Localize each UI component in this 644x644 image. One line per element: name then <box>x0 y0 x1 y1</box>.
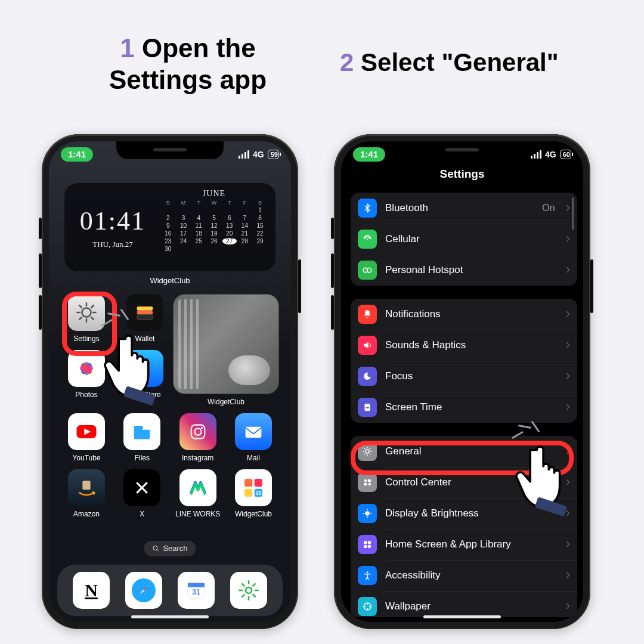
app-files[interactable]: Files <box>116 413 168 462</box>
chevron-icon: › <box>566 201 570 214</box>
network-label: 4G <box>253 150 264 159</box>
highlight-general <box>351 441 574 475</box>
row-display[interactable]: Display & Brightness › <box>351 498 577 529</box>
row-home-screen[interactable]: Home Screen & App Library › <box>351 529 577 560</box>
status-time: 1:41 <box>61 147 93 162</box>
app-instagram[interactable]: Instagram <box>172 413 224 462</box>
control-center-icon <box>358 473 377 492</box>
svg-point-43 <box>367 239 368 240</box>
widget-caption: WidgetClub <box>49 276 291 285</box>
chevron-icon: › <box>566 506 570 519</box>
svg-rect-59 <box>368 541 371 544</box>
photo-widget[interactable] <box>173 294 279 394</box>
row-sounds[interactable]: Sounds & Haptics › <box>351 330 577 361</box>
notifications-icon <box>358 305 377 324</box>
notch <box>408 141 516 159</box>
svg-point-64 <box>367 603 368 605</box>
chevron-icon: › <box>566 307 570 320</box>
search-icon <box>152 545 159 552</box>
signal-icon <box>239 150 249 159</box>
wallpaper-icon <box>358 597 377 616</box>
row-bluetooth[interactable]: Bluetooth On › <box>351 193 577 224</box>
svg-point-25 <box>200 427 202 429</box>
hotspot-icon <box>358 261 377 280</box>
svg-rect-30 <box>244 489 252 497</box>
battery-icon: 59 <box>268 150 279 159</box>
svg-rect-61 <box>368 545 371 548</box>
home-indicator[interactable] <box>423 615 501 618</box>
screentime-icon <box>358 398 377 417</box>
app-appstore[interactable]: App Store <box>119 350 171 399</box>
chevron-icon: › <box>566 338 570 351</box>
notch <box>116 141 224 159</box>
battery-icon: 60 <box>560 150 571 159</box>
chevron-icon: › <box>566 475 570 488</box>
svg-rect-23 <box>191 425 205 439</box>
bluetooth-icon <box>358 199 377 218</box>
cellular-icon <box>358 230 377 249</box>
app-mail[interactable]: Mail <box>228 413 279 462</box>
settings-list[interactable]: Bluetooth On › Cellular › Personal Hotsp… <box>348 193 580 617</box>
app-widgetclub[interactable]: 15 WidgetClub <box>228 469 279 518</box>
svg-rect-50 <box>368 479 371 482</box>
svg-point-33 <box>153 546 157 550</box>
dock-calendar[interactable]: 31 <box>178 572 215 609</box>
chevron-icon: › <box>566 263 570 276</box>
svg-rect-47 <box>366 407 369 408</box>
phone-settings: 1:41 4G 60 Settings Bluetooth On › Cellu… <box>334 134 590 629</box>
wallet-icon <box>126 294 163 331</box>
dock-notion[interactable]: N <box>73 572 110 609</box>
app-youtube[interactable]: YouTube <box>61 413 112 462</box>
mail-icon <box>235 413 272 450</box>
svg-point-49 <box>364 479 367 482</box>
row-cellular[interactable]: Cellular › <box>351 224 577 255</box>
svg-point-66 <box>369 606 370 607</box>
page-title: Settings <box>341 168 583 181</box>
svg-point-53 <box>365 511 370 516</box>
dock-app[interactable] <box>230 572 267 609</box>
svg-point-67 <box>367 608 368 609</box>
svg-rect-51 <box>364 483 367 486</box>
network-label: 4G <box>545 150 556 159</box>
app-amazon[interactable]: Amazon <box>61 469 112 518</box>
row-focus[interactable]: Focus › <box>351 361 577 392</box>
instagram-icon <box>179 413 216 450</box>
app-lineworks[interactable]: LINE WORKS <box>172 469 224 518</box>
widget-time: 01:41 <box>80 206 145 236</box>
home-search[interactable]: Search <box>144 541 196 556</box>
app-photos[interactable]: Photos <box>61 350 112 399</box>
svg-rect-28 <box>244 479 252 487</box>
step-2-title: 2 Select "General" <box>340 48 559 78</box>
row-hotspot[interactable]: Personal Hotspot › <box>351 255 577 286</box>
svg-rect-22 <box>134 426 143 430</box>
svg-text:15: 15 <box>256 490 262 496</box>
svg-line-34 <box>157 549 159 551</box>
svg-point-41 <box>246 587 252 593</box>
svg-rect-10 <box>137 311 153 315</box>
row-accessibility[interactable]: Accessibility › <box>351 560 577 591</box>
dock-safari[interactable] <box>125 572 162 609</box>
x-icon <box>123 469 160 506</box>
row-wallpaper[interactable]: Wallpaper › <box>351 591 577 617</box>
calendar-grid: SMTWTFS123456789101112131415161718192021… <box>161 200 267 252</box>
svg-rect-9 <box>137 306 153 311</box>
home-screen-icon <box>358 535 377 554</box>
row-notifications[interactable]: Notifications › <box>351 299 577 330</box>
clock-calendar-widget[interactable]: 01:41 THU, Jun.27 JUNE SMTWTFS1234567891… <box>64 183 275 271</box>
svg-point-52 <box>369 483 371 486</box>
svg-point-62 <box>367 571 369 573</box>
youtube-icon <box>68 413 105 450</box>
amazon-icon <box>68 469 105 506</box>
svg-rect-27 <box>82 481 90 490</box>
svg-rect-29 <box>255 479 262 487</box>
files-icon <box>123 413 160 450</box>
row-screentime[interactable]: Screen Time › <box>351 392 577 423</box>
app-x[interactable]: X <box>116 469 168 518</box>
home-indicator[interactable] <box>131 615 209 618</box>
display-icon <box>358 504 377 523</box>
chevron-icon: › <box>566 568 570 581</box>
highlight-settings <box>62 292 117 356</box>
chevron-icon: › <box>566 599 570 612</box>
chevron-icon: › <box>566 232 570 245</box>
chevron-icon: › <box>566 400 570 413</box>
